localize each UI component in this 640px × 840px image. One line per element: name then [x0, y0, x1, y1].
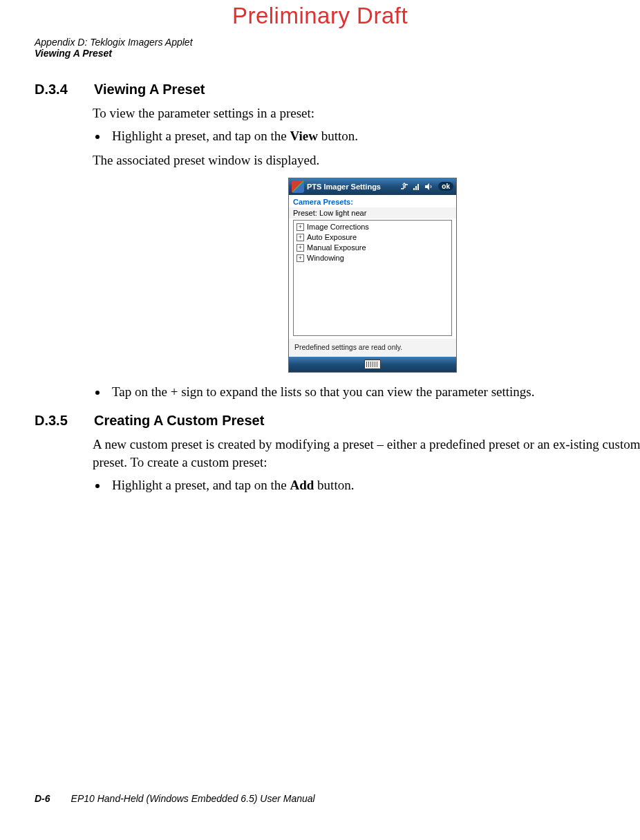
d35-bullet1-bold: Add	[290, 478, 314, 492]
d34-intro-text: To view the parameter settings in a pres…	[93, 104, 640, 122]
preset-name-label: Preset: Low light near	[289, 207, 456, 218]
tree-item-label: Auto Exposure	[307, 233, 357, 241]
expand-icon[interactable]: +	[297, 223, 304, 231]
section-title-d35: Creating A Custom Preset	[94, 413, 264, 429]
section-number-d34: D.3.4	[35, 82, 77, 97]
window-title: PTS Imager Settings	[307, 183, 381, 191]
signal-icon[interactable]	[412, 182, 422, 192]
device-bottombar	[289, 357, 456, 372]
connectivity-icon[interactable]	[399, 182, 409, 192]
section-d34-heading: D.3.4 Viewing A Preset	[35, 82, 622, 97]
page-number: D-6	[35, 793, 50, 804]
expand-icon[interactable]: +	[297, 234, 304, 241]
device-titlebar: PTS Imager Settings ok	[289, 178, 456, 195]
start-icon[interactable]	[292, 180, 304, 193]
tree-item-windowing[interactable]: + Windowing	[295, 253, 450, 263]
tree-item-manual-exposure[interactable]: + Manual Exposure	[295, 243, 450, 253]
expand-icon[interactable]: +	[297, 244, 304, 252]
section-number-d35: D.3.5	[35, 413, 77, 429]
section-title-d34: Viewing A Preset	[94, 82, 205, 97]
page-header: Appendix D: Teklogix Imagers Applet View…	[35, 37, 193, 59]
tree-item-label: Manual Exposure	[307, 243, 366, 252]
d35-bullet-1: Highlight a preset, and tap on the Add b…	[108, 476, 640, 496]
d34-bullet-1: Highlight a preset, and tap on the View …	[108, 127, 640, 147]
header-appendix: Appendix D: Teklogix Imagers Applet	[35, 37, 193, 48]
d35-bullet1-post: button.	[314, 478, 354, 492]
page-footer: D-6 EP10 Hand-Held (Windows Embedded 6.5…	[35, 793, 315, 804]
section-d35-heading: D.3.5 Creating A Custom Preset	[35, 413, 622, 429]
manual-title: EP10 Hand-Held (Windows Embedded 6.5) Us…	[71, 793, 315, 804]
d34-bullet-2: Tap on the + sign to expand the lists so…	[108, 382, 640, 402]
device-screenshot: PTS Imager Settings ok Camera P	[288, 178, 457, 373]
watermark-text: Preliminary Draft	[0, 3, 640, 29]
volume-icon[interactable]	[424, 182, 434, 192]
header-section: Viewing A Preset	[35, 48, 193, 59]
svg-rect-1	[415, 186, 417, 190]
keyboard-icon[interactable]	[364, 360, 381, 369]
d35-paragraph: A new custom preset is created by modify…	[93, 436, 640, 471]
preset-tree: + Image Corrections + Auto Exposure + Ma…	[293, 220, 452, 336]
d34-bullet1-bold: View	[290, 129, 318, 143]
d34-after-bullet: The associated preset window is displaye…	[93, 151, 640, 169]
tree-item-auto-exposure[interactable]: + Auto Exposure	[295, 232, 450, 243]
svg-marker-3	[425, 183, 429, 190]
status-text: Predefined settings are read only.	[289, 339, 456, 357]
svg-rect-0	[413, 188, 415, 190]
tree-item-label: Image Corrections	[307, 223, 369, 231]
d34-bullet1-post: button.	[318, 129, 358, 143]
d35-bullet1-pre: Highlight a preset, and tap on the	[112, 478, 290, 492]
tree-item-image-corrections[interactable]: + Image Corrections	[295, 222, 450, 232]
tree-item-label: Windowing	[307, 254, 344, 262]
d34-bullet1-pre: Highlight a preset, and tap on the	[112, 129, 290, 143]
expand-icon[interactable]: +	[297, 254, 304, 262]
ok-button[interactable]: ok	[438, 182, 453, 191]
camera-presets-label: Camera Presets:	[289, 195, 456, 207]
svg-rect-2	[417, 184, 419, 190]
